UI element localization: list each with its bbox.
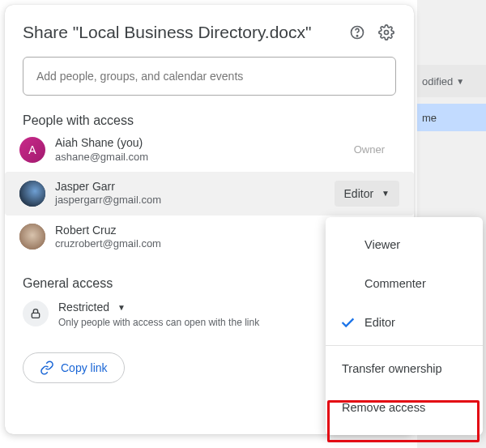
avatar <box>19 224 45 250</box>
svg-rect-3 <box>32 314 39 318</box>
caret-down-icon: ▼ <box>117 303 126 312</box>
copy-link-button[interactable]: Copy link <box>23 352 125 383</box>
copy-link-label: Copy link <box>61 361 108 374</box>
gear-icon[interactable] <box>377 23 396 42</box>
person-role-owner: Owner <box>354 143 385 156</box>
caret-down-icon: ▼ <box>456 77 464 86</box>
menu-item-commenter[interactable]: Commenter <box>326 264 483 303</box>
avatar <box>19 181 45 207</box>
menu-divider <box>326 345 483 346</box>
column-header-label: odified <box>422 75 453 87</box>
check-icon <box>339 314 356 331</box>
person-row-owner: A Aiah Shane (you) ashane@gmail.com Owne… <box>19 128 396 172</box>
person-info: Aiah Shane (you) ashane@gmail.com <box>55 136 354 164</box>
person-name: Jasper Garr <box>55 180 335 194</box>
dialog-title: Share "Local Business Directory.docx" <box>23 23 338 42</box>
role-dropdown-button[interactable]: Editor ▼ <box>335 181 399 207</box>
person-info: Jasper Garr jaspergarr@gmail.com <box>55 180 335 207</box>
column-header-modified[interactable]: odified ▼ <box>417 65 486 97</box>
caret-down-icon: ▼ <box>382 189 390 198</box>
svg-point-1 <box>356 36 357 36</box>
menu-item-editor[interactable]: Editor <box>326 303 483 342</box>
person-email: jaspergarr@gmail.com <box>55 194 335 207</box>
menu-item-viewer[interactable]: Viewer <box>326 225 483 264</box>
lock-icon <box>23 301 49 326</box>
person-row-editor: Jasper Garr jaspergarr@gmail.com Editor … <box>5 172 414 215</box>
svg-point-2 <box>385 31 389 35</box>
file-row-text: me <box>422 112 437 124</box>
avatar: A <box>19 137 45 163</box>
role-label: Editor <box>344 187 374 200</box>
dialog-header: Share "Local Business Directory.docx" <box>23 23 396 42</box>
person-name: Aiah Shane (you) <box>55 136 354 151</box>
menu-item-remove-access[interactable]: Remove access <box>326 388 483 427</box>
add-people-input[interactable] <box>23 57 396 96</box>
people-with-access-heading: People with access <box>23 113 396 128</box>
file-row-selected[interactable]: me <box>417 104 486 131</box>
help-icon[interactable] <box>347 23 367 42</box>
role-dropdown-menu: Viewer Commenter Editor Transfer ownersh… <box>326 217 483 435</box>
person-email: ashane@gmail.com <box>55 151 354 164</box>
general-access-label: Restricted <box>58 301 109 314</box>
menu-item-transfer-ownership[interactable]: Transfer ownership <box>326 349 483 388</box>
